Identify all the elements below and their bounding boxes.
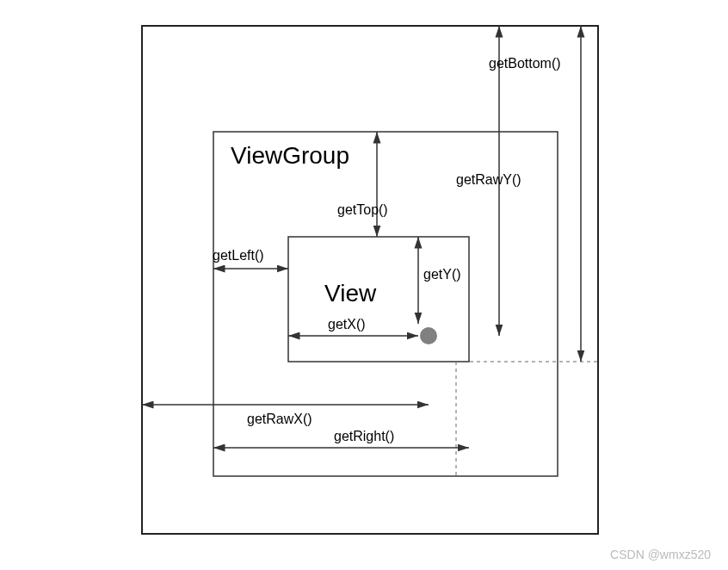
get-bottom-label: getBottom(): [489, 56, 561, 71]
get-left-label: getLeft(): [213, 248, 264, 263]
get-y-label: getY(): [423, 267, 461, 282]
get-rawy-label: getRawY(): [456, 172, 521, 188]
watermark: CSDN @wmxz520: [610, 548, 711, 561]
get-top-label: getTop(): [337, 202, 388, 218]
get-x-label: getX(): [328, 317, 366, 332]
view-title: View: [324, 280, 376, 307]
viewgroup-title: ViewGroup: [231, 142, 349, 170]
view-box: [288, 237, 469, 362]
get-rawx-label: getRawX(): [247, 412, 312, 427]
touch-point: [420, 327, 437, 344]
get-right-label: getRight(): [334, 429, 394, 444]
